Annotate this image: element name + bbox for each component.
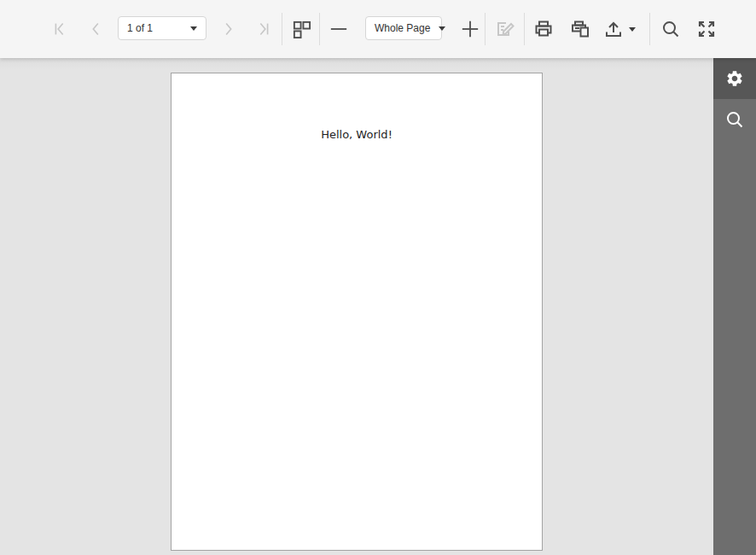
chevron-left-icon [87, 20, 106, 38]
toolbar-separator [485, 13, 486, 45]
gear-icon [725, 69, 744, 88]
toolbar-separator [649, 13, 650, 45]
previous-page-button[interactable] [81, 14, 112, 44]
chevron-down-icon [629, 27, 636, 32]
chevron-down-icon [190, 26, 197, 31]
page-layout-squares-icon [292, 20, 311, 39]
chevron-right-icon [218, 20, 237, 38]
last-page-icon [254, 20, 273, 38]
edit-parameters-button[interactable] [491, 14, 521, 44]
minus-icon [329, 20, 348, 38]
page-number-value: 1 of 1 [127, 22, 182, 34]
upload-tray-arrow-icon [603, 19, 624, 39]
printer-page-icon [570, 19, 590, 39]
sidebar-item-search[interactable] [713, 99, 756, 140]
print-button[interactable] [528, 14, 559, 44]
side-menu [713, 58, 756, 555]
magnifier-icon [724, 109, 745, 130]
document-area: Hello, World! [0, 58, 713, 555]
print-preview-button[interactable] [565, 14, 596, 44]
next-page-button[interactable] [212, 14, 243, 44]
document-page: Hello, World! [171, 73, 543, 551]
export-button[interactable] [597, 14, 642, 44]
printer-icon [533, 19, 554, 39]
first-page-icon [50, 20, 69, 38]
toolbar-separator [524, 13, 525, 45]
page-layout-button[interactable] [286, 14, 317, 44]
zoom-out-button[interactable] [323, 14, 354, 44]
search-button[interactable] [655, 14, 686, 44]
last-page-button[interactable] [248, 14, 279, 44]
page-number-select[interactable]: 1 of 1 [118, 16, 206, 40]
sidebar-item-settings[interactable] [713, 58, 756, 99]
toolbar: 1 of 1 Whole Pag [0, 0, 756, 58]
zoom-mode-value: Whole Page [375, 22, 430, 34]
expand-arrows-icon [696, 19, 717, 39]
plus-icon [461, 20, 480, 38]
zoom-mode-select[interactable]: Whole Page [365, 16, 442, 40]
fullscreen-button[interactable] [691, 14, 722, 44]
toolbar-separator [319, 13, 320, 45]
edit-form-pencil-icon [496, 19, 516, 39]
chevron-down-icon [439, 26, 445, 31]
first-page-button[interactable] [44, 14, 75, 44]
page-text: Hello, World! [172, 128, 542, 141]
zoom-in-button[interactable] [455, 14, 486, 44]
magnifier-icon [660, 19, 681, 39]
toolbar-separator [282, 13, 282, 45]
